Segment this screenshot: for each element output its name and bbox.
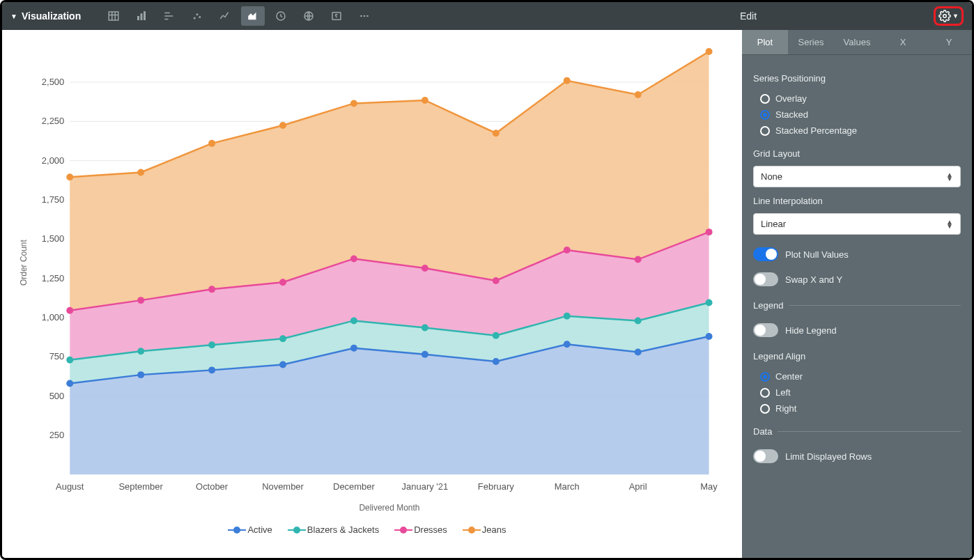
column-bar-chart-button[interactable]	[130, 6, 153, 26]
bar-chart-button[interactable]	[157, 6, 181, 26]
svg-text:December: December	[333, 481, 375, 492]
svg-point-85	[706, 48, 713, 55]
legend-align-option-label: Left	[775, 387, 791, 398]
svg-text:Delivered Month: Delivered Month	[359, 503, 419, 513]
limit-rows-toggle[interactable]	[753, 449, 778, 463]
legend-align-option-right[interactable]: Right	[753, 400, 961, 417]
data-section-label: Data	[753, 426, 961, 437]
svg-rect-0	[109, 12, 118, 20]
legend-align-label: Legend Align	[753, 351, 961, 361]
top-toolbar: ▼ Visualization Edit ▼	[2, 2, 972, 30]
legend-label: Jeans	[482, 524, 507, 535]
single-value-icon	[330, 10, 343, 22]
legend-marker-icon	[291, 527, 303, 533]
limit-rows-label: Limit Displayed Rows	[785, 451, 872, 462]
svg-point-4	[194, 17, 196, 20]
line-chart-button[interactable]	[213, 6, 237, 26]
svg-text:September: September	[118, 481, 163, 492]
hide-legend-row: Hide Legend	[753, 318, 961, 343]
svg-text:250: 250	[49, 430, 65, 440]
svg-text:January '21: January '21	[402, 481, 449, 492]
chart-type-toolbar	[102, 6, 376, 26]
area-chart-button[interactable]	[241, 6, 265, 26]
legend-item-blazers-jackets[interactable]: Blazers & Jackets	[291, 524, 379, 535]
svg-point-80	[350, 100, 357, 107]
tab-y[interactable]: Y	[926, 30, 972, 54]
svg-point-11	[364, 15, 366, 17]
svg-point-79	[279, 122, 286, 129]
series-positioning-option-stacked[interactable]: Stacked	[753, 107, 961, 123]
svg-rect-3	[144, 11, 146, 20]
svg-point-62	[493, 332, 500, 339]
area-icon	[247, 10, 259, 22]
tab-values[interactable]: Values	[834, 30, 880, 54]
svg-point-75	[706, 228, 713, 235]
hide-legend-toggle[interactable]	[753, 323, 778, 337]
visualization-collapse-toggle[interactable]: ▼ Visualization	[10, 10, 81, 22]
line-interpolation-label: Line Interpolation	[753, 196, 961, 206]
tab-series[interactable]: Series	[788, 30, 834, 54]
bar-icon	[163, 10, 176, 22]
grid-layout-select[interactable]: None ▲▼	[753, 166, 961, 187]
legend-item-jeans[interactable]: Jeans	[465, 524, 507, 535]
svg-point-55	[706, 333, 713, 340]
visualization-title: Visualization	[22, 10, 81, 22]
table-chart-button[interactable]	[102, 6, 125, 26]
legend-item-dresses[interactable]: Dresses	[397, 524, 447, 535]
legend-align-group: CenterLeftRight	[753, 368, 961, 417]
svg-point-77	[137, 169, 144, 176]
legend-label: Active	[247, 524, 272, 535]
main-content: 2505007501,0001,2501,5001,7502,0002,2502…	[2, 30, 972, 558]
series-positioning-option-label: Stacked Percentage	[775, 125, 857, 136]
svg-text:October: October	[196, 481, 229, 492]
swap-xy-row: Swap X and Y	[753, 267, 961, 292]
legend-item-active[interactable]: Active	[231, 524, 272, 535]
stacked-area-chart[interactable]: 2505007501,0001,2501,5001,7502,0002,2502…	[9, 37, 728, 516]
series-positioning-option-stacked-percentage[interactable]: Stacked Percentage	[753, 123, 961, 139]
series-positioning-group: OverlayStackedStacked Percentage	[753, 91, 961, 139]
svg-point-12	[366, 15, 369, 17]
single-value-chart-button[interactable]	[325, 6, 348, 26]
svg-point-83	[564, 77, 571, 84]
legend-section-label: Legend	[753, 300, 961, 311]
timeline-icon	[275, 10, 287, 22]
limit-rows-row: Limit Displayed Rows	[753, 444, 961, 469]
plot-null-toggle[interactable]	[753, 247, 778, 261]
svg-point-68	[208, 286, 215, 293]
settings-gear-button[interactable]: ▼	[934, 6, 964, 26]
svg-point-57	[137, 348, 144, 355]
series-positioning-option-overlay[interactable]: Overlay	[753, 91, 961, 107]
svg-point-61	[422, 325, 428, 332]
svg-text:750: 750	[49, 351, 65, 361]
legend-align-option-center[interactable]: Center	[753, 368, 961, 384]
svg-point-73	[564, 247, 571, 254]
legend-marker-icon	[231, 527, 243, 533]
svg-point-66	[66, 307, 73, 314]
svg-text:2,500: 2,500	[42, 77, 64, 87]
svg-point-50	[350, 345, 357, 352]
svg-point-6	[199, 16, 201, 18]
line-interpolation-select[interactable]: Linear ▲▼	[753, 213, 961, 235]
svg-text:March: March	[555, 481, 580, 492]
scatter-icon	[191, 10, 203, 22]
edit-panel: PlotSeriesValuesXY Series Positioning Ov…	[742, 30, 972, 558]
scatter-chart-button[interactable]	[185, 6, 209, 26]
svg-point-48	[208, 366, 215, 373]
tab-plot[interactable]: Plot	[742, 30, 788, 54]
select-arrows-icon: ▲▼	[946, 173, 953, 181]
swap-xy-toggle[interactable]	[753, 272, 778, 286]
map-chart-button[interactable]	[297, 6, 320, 26]
radio-icon	[760, 126, 770, 136]
legend-align-option-left[interactable]: Left	[753, 384, 961, 400]
plot-null-row: Plot Null Values	[753, 242, 961, 267]
chart-legend: ActiveBlazers & JacketsDressesJeans	[9, 519, 728, 535]
tab-x[interactable]: X	[880, 30, 926, 54]
legend-align-option-label: Right	[775, 403, 796, 414]
more-chart-button[interactable]	[353, 6, 376, 26]
more-icon	[358, 10, 371, 22]
svg-point-70	[350, 255, 357, 262]
svg-point-53	[564, 341, 571, 348]
timeline-chart-button[interactable]	[269, 6, 293, 26]
plot-null-label: Plot Null Values	[785, 249, 849, 260]
legend-marker-icon	[465, 527, 478, 533]
